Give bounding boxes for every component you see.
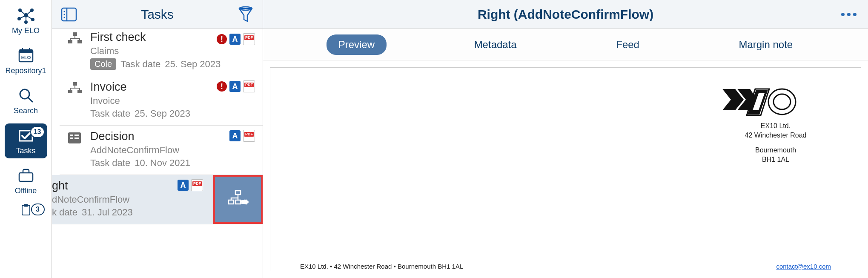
briefcase-icon: [17, 167, 35, 184]
left-nav: My ELO ELO Repository1 Search 13: [0, 0, 52, 278]
svg-rect-31: [73, 82, 77, 86]
nav-label: Tasks: [16, 146, 35, 155]
page-title: Right (AddNoteConfirmFlow): [293, 7, 838, 22]
svg-line-8: [26, 15, 33, 20]
doc-city: Bournemouth: [720, 146, 831, 155]
nav-tasks[interactable]: 13 Tasks: [5, 123, 47, 158]
nav-label: Repository1: [5, 66, 46, 75]
svg-rect-29: [68, 40, 72, 43]
task-date-label: Task date: [120, 59, 160, 70]
task-date: 25. Sep 2023: [135, 108, 190, 119]
task-date: 25. Sep 2023: [165, 59, 221, 70]
task-panel-title: Tasks: [78, 7, 236, 22]
svg-rect-38: [74, 138, 79, 139]
task-subtitle: Invoice: [90, 95, 255, 106]
tab-feed[interactable]: Feed: [604, 34, 651, 55]
svg-point-25: [64, 14, 65, 15]
nav-my-elo[interactable]: My ELO: [5, 3, 47, 38]
doc-street: 42 Winchester Road: [720, 131, 831, 140]
panel-layout-button[interactable]: [60, 5, 78, 24]
partial-badge: 3: [31, 203, 45, 215]
nav-item-partial[interactable]: 3: [5, 203, 47, 216]
nav-offline[interactable]: Offline: [5, 163, 47, 198]
main-area: Right (AddNoteConfirmFlow) Preview Metad…: [263, 0, 868, 278]
svg-rect-13: [22, 48, 23, 52]
pdf-icon: [243, 80, 255, 92]
ex10-logo-icon: [720, 85, 831, 118]
doc-postcode: BH1 1AL: [720, 155, 831, 164]
task-subtitle: Claims: [90, 46, 255, 57]
svg-point-24: [64, 11, 65, 12]
document-preview: EX10 Ltd. 42 Winchester Road Bournemouth…: [270, 67, 861, 271]
svg-line-4: [26, 10, 32, 15]
svg-line-2: [20, 10, 26, 15]
svg-point-43: [773, 94, 791, 109]
svg-rect-37: [74, 135, 79, 136]
nav-label: Search: [14, 106, 38, 115]
svg-rect-21: [24, 204, 28, 207]
forward-workflow-icon: [226, 189, 250, 210]
svg-rect-30: [77, 40, 82, 43]
pdf-icon: [243, 130, 255, 142]
svg-rect-20: [22, 206, 30, 215]
doc-company: EX10 Ltd.: [720, 121, 831, 131]
svg-rect-14: [29, 48, 30, 52]
svg-rect-40: [229, 200, 234, 204]
svg-rect-33: [77, 90, 82, 93]
filter-button[interactable]: [236, 5, 255, 24]
task-badges: A: [229, 130, 255, 142]
svg-point-42: [768, 89, 796, 115]
task-panel-header: Tasks: [52, 0, 263, 29]
alert-icon: !: [217, 81, 227, 92]
task-list[interactable]: First check Claims Cole Task date 25. Se…: [52, 29, 263, 278]
task-subtitle: AddNoteConfirmFlow: [90, 145, 255, 156]
task-badges: A: [178, 179, 203, 191]
svg-point-26: [64, 17, 65, 18]
task-item[interactable]: Invoice Invoice Task date 25. Sep 2023 !…: [60, 76, 263, 126]
more-actions-button[interactable]: [838, 13, 859, 16]
alert-icon: !: [217, 34, 227, 44]
document-letterhead: EX10 Ltd. 42 Winchester Road Bournemouth…: [720, 85, 831, 164]
svg-rect-35: [70, 135, 73, 136]
task-meta: Task date 10. Nov 2021: [90, 158, 255, 169]
pdf-icon: [191, 179, 203, 191]
task-badges: ! A: [217, 33, 255, 45]
network-icon: [17, 7, 35, 24]
task-item[interactable]: Decision AddNoteConfirmFlow Task date 10…: [60, 126, 263, 175]
svg-rect-12: [19, 50, 33, 53]
a-badge-icon: A: [178, 180, 189, 191]
task-meta: Cole Task date 25. Sep 2023: [90, 58, 255, 70]
nav-repository[interactable]: ELO Repository1: [5, 43, 47, 78]
tab-margin-note[interactable]: Margin note: [727, 34, 805, 55]
a-badge-icon: A: [229, 81, 241, 92]
task-item-selected[interactable]: ght dNoteConfirmFlow k date 31. Jul 2023…: [52, 175, 263, 224]
tab-row: Preview Metadata Feed Margin note: [263, 29, 868, 60]
workflow-icon: [67, 31, 84, 70]
task-item[interactable]: First check Claims Cole Task date 25. Se…: [60, 29, 263, 76]
tasks-badge: 13: [30, 126, 45, 138]
task-date-label: Task date: [90, 108, 130, 119]
tab-preview[interactable]: Preview: [327, 34, 387, 55]
svg-rect-28: [73, 32, 77, 36]
nav-search[interactable]: Search: [5, 83, 47, 118]
task-date-label: k date: [52, 207, 77, 218]
tab-metadata[interactable]: Metadata: [462, 34, 529, 55]
task-meta: Task date 25. Sep 2023: [90, 108, 255, 119]
svg-rect-19: [19, 173, 33, 181]
svg-rect-32: [68, 90, 72, 93]
a-badge-icon: A: [229, 34, 241, 45]
forward-workflow-action[interactable]: [213, 175, 263, 224]
doc-footer-email[interactable]: contact@ex10.com: [776, 263, 831, 270]
svg-rect-39: [235, 191, 241, 195]
svg-rect-41: [235, 200, 241, 204]
task-date-label: Task date: [90, 158, 130, 169]
search-icon: [17, 87, 35, 104]
main-header: Right (AddNoteConfirmFlow): [263, 0, 868, 29]
preview-area[interactable]: EX10 Ltd. 42 Winchester Road Bournemouth…: [263, 60, 868, 278]
nav-label: My ELO: [12, 26, 40, 35]
form-icon: [67, 130, 84, 169]
svg-text:ELO: ELO: [21, 55, 31, 60]
task-badges: ! A: [217, 80, 255, 92]
svg-line-17: [28, 97, 32, 102]
nav-label: Offline: [15, 186, 37, 195]
